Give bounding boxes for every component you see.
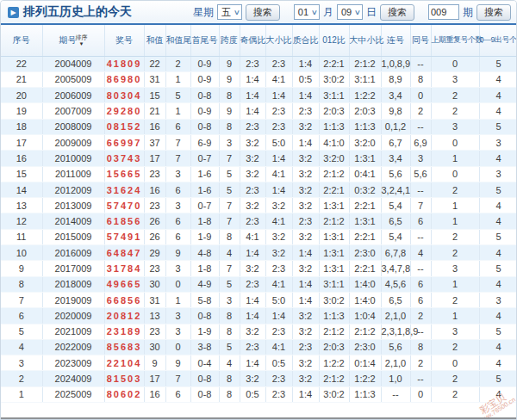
cell-012-ratio: 1:2:2 [319,355,349,371]
table-row: 22024009815031770-883:22:33:22:1:21:2:21… [1,371,517,386]
column-header-odd-even-ratio: 奇偶比 [240,25,265,56]
column-header-big-mid-small-ratio: 大中小比 [349,25,381,56]
cell-big-small-ratio: 2:3 [265,261,292,276]
cell-consecutive: 2,1,0 [381,308,410,324]
cell-sum: 26 [144,213,165,229]
cell-span: 8 [219,324,240,339]
cell-prime-composite-ratio: 2:3 [292,213,319,229]
cell-prev-repeat-count: 1 [431,151,479,166]
weekday-search-group: 星期 五 ∨ 搜索 [193,4,280,21]
cell-big-small-ratio: 3:2 [265,229,292,244]
cell-issue: 2019009 [42,292,104,307]
table-row: 222004009418092220-992:32:31:42:2:12:1:2… [1,56,517,71]
cell-sum-tail: 3 [165,198,190,213]
cell-duplicate: 0 [410,386,431,402]
search-week-button[interactable]: 搜索 [246,4,280,21]
table-row: 162010009037431770-773:21:43:23:2:01:3:1… [1,151,517,166]
cell-span: 8 [219,371,240,386]
page-title-text: 排列五历史上的今天 [23,4,132,20]
cell-duplicate: 7 [410,198,431,213]
search-issue-button[interactable]: 搜索 [477,4,511,21]
cell-sum-tail: 2 [165,56,190,71]
cell-span: 5 [219,339,240,355]
issue-input[interactable] [428,4,459,20]
cell-issue: 2024009 [42,371,104,386]
cell-012-ratio: 2:1:2 [319,371,349,386]
month-select[interactable]: 01 ∨ [294,4,320,20]
cell-duplicate: -- [410,229,431,244]
cell-prime-composite-ratio: 3:2 [292,229,319,244]
cell-prev-repeat-count: 0 [431,56,479,71]
cell-span: 7 [219,261,240,276]
cell-index: 18 [1,119,42,134]
month-select-value: 01 [298,7,308,17]
cell-prev-repeat-count: 0 [431,355,479,371]
cell-012-ratio: 2:1:2 [319,213,349,229]
cell-winning-number: 85683 [104,339,144,355]
cell-min-max: 0-7 [190,198,219,213]
table-row: 3202300922104990-441:40:53:21:2:20:1:42,… [1,355,517,371]
cell-sum-tail: 0 [165,276,190,292]
cell-duplicate: -- [410,371,431,386]
cell-winning-number: 41809 [104,56,144,71]
search-date-button[interactable]: 搜索 [380,4,414,21]
cell-index: 9 [1,261,42,276]
cell-big-mid-small-ratio: 2:2:1 [349,229,381,244]
cell-winning-number: 80602 [104,386,144,402]
cell-big-mid-small-ratio: 0:1:4 [349,355,381,371]
table-row: 132013009574702330-773:23:23:21:3:12:2:1… [1,198,517,213]
cell-012-ratio: 3:1:1 [319,88,349,103]
cell-prime-composite-ratio: 3:2 [292,355,319,371]
cell-span: 3 [219,292,240,307]
cell-big-mid-small-ratio: 2:3:0 [349,339,381,355]
month-label: 月 [323,5,333,20]
cell-prev-repeat-count: 2 [431,182,479,197]
cell-prime-composite-ratio: 3:2 [292,308,319,324]
sort-control[interactable]: 排序▼ [76,34,88,46]
weekday-select[interactable]: 五 ∨ [217,4,242,20]
cell-012-ratio: 3:0:2 [319,71,349,87]
cell-consecutive: 5,6 [381,166,410,182]
cell-sum-tail: 7 [165,134,190,150]
cell-digit-count: 5 [479,261,517,276]
table-body: 222004009418092220-992:32:31:42:2:12:1:2… [1,56,517,403]
cell-span: 4 [219,245,240,261]
page-title: ▶ 排列五历史上的今天 [8,4,132,20]
cell-sum: 16 [144,182,165,197]
column-header-min-max: 首尾号 [190,25,219,56]
day-select-value: 09 [341,7,352,17]
cell-issue: 2009009 [42,134,104,150]
cell-digit-count: 5 [479,229,517,244]
cell-duplicate: 6,9 [410,134,431,150]
cell-sum-tail: 5 [165,88,190,103]
cell-min-max: 5-8 [190,292,219,307]
cell-012-ratio: 3:2:0 [319,151,349,166]
cell-consecutive: 6,7,8 [381,245,410,261]
cell-big-small-ratio: 2:3 [265,119,292,134]
sort-arrow-icon: ▼ [79,41,84,46]
cell-duplicate: 2 [410,308,431,324]
cell-winning-number: 57470 [104,198,144,213]
cell-big-small-ratio: 2:3 [265,386,292,402]
cell-odd-even-ratio: 1:4 [240,245,265,261]
day-label: 日 [366,5,377,20]
cell-index: 7 [1,292,42,307]
cell-012-ratio: 3:0:2 [319,386,349,402]
cell-span: 8 [219,229,240,244]
cell-digit-count: 5 [479,119,517,134]
cell-prev-repeat-count: 2 [431,88,479,103]
cell-sum: 31 [144,71,165,87]
cell-min-max: 6-9 [190,134,219,150]
cell-big-small-ratio: 4:1 [265,339,292,355]
cell-prev-repeat-count: 2 [431,103,479,119]
cell-issue: 2020009 [42,308,104,324]
cell-min-max: 0-7 [190,151,219,166]
cell-issue: 2021009 [42,324,104,339]
day-select[interactable]: 09 ∨ [337,4,363,20]
cell-sum-tail: 7 [165,371,190,386]
cell-min-max: 0-4 [190,355,219,371]
cell-winning-number: 31624 [104,182,144,197]
cell-prev-repeat-count: 2 [431,229,479,244]
cell-big-small-ratio: 5:0 [265,292,292,307]
weekday-select-value: 五 [221,6,231,19]
